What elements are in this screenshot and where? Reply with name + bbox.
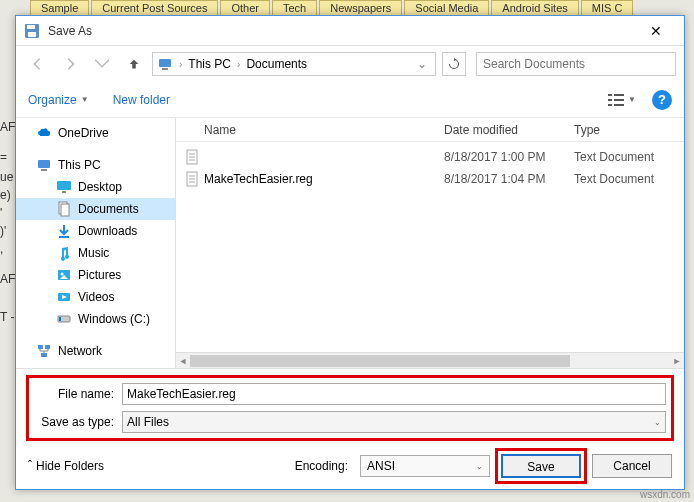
svg-rect-17 — [59, 236, 69, 238]
videos-icon — [56, 289, 72, 305]
svg-rect-8 — [614, 94, 624, 96]
tree-thispc[interactable]: This PC — [16, 154, 175, 176]
new-folder-button[interactable]: New folder — [113, 93, 170, 107]
column-type[interactable]: Type — [574, 123, 684, 137]
savetype-label: Save as type: — [34, 415, 114, 429]
navigation-tree: OneDrive This PC Desktop Documents Downl… — [16, 118, 176, 368]
refresh-button[interactable] — [442, 52, 466, 76]
tree-label: Videos — [78, 290, 114, 304]
file-type: Text Document — [574, 150, 654, 164]
textfile-icon — [184, 171, 200, 187]
toolbar: Organize▼ New folder ▼ ? — [16, 82, 684, 118]
network-icon — [36, 343, 52, 359]
tree-label: Downloads — [78, 224, 137, 238]
documents-icon — [56, 201, 72, 217]
svg-rect-13 — [57, 181, 71, 190]
scroll-right-arrow[interactable]: ► — [670, 353, 684, 368]
tree-label: Pictures — [78, 268, 121, 282]
svg-rect-25 — [41, 353, 47, 357]
dialog-title: Save As — [48, 24, 636, 38]
breadcrumb-dropdown[interactable]: ⌄ — [413, 57, 431, 71]
svg-rect-16 — [61, 204, 69, 216]
chevron-down-icon: ⌄ — [654, 418, 661, 427]
file-row[interactable]: MakeTechEasier.reg 8/18/2017 1:04 PM Tex… — [176, 168, 684, 190]
svg-rect-5 — [608, 94, 612, 96]
bottom-panel: File name: Save as type: All Files ⌄ ˆ H… — [16, 368, 684, 489]
column-date[interactable]: Date modified — [444, 123, 574, 137]
scroll-thumb[interactable] — [190, 355, 570, 367]
svg-rect-3 — [159, 59, 171, 67]
search-input[interactable] — [476, 52, 676, 76]
file-list-header[interactable]: Name Date modified Type — [176, 118, 684, 142]
svg-rect-4 — [162, 68, 168, 70]
downloads-icon — [56, 223, 72, 239]
tree-windows-c[interactable]: Windows (C:) — [16, 308, 175, 330]
background-text-fragments: AF = ue e) ' )' , AF T - — [0, 20, 15, 480]
svg-rect-9 — [614, 99, 624, 101]
onedrive-icon — [36, 125, 52, 141]
chevron-down-icon: ⌄ — [476, 462, 483, 471]
view-options[interactable]: ▼ — [608, 93, 636, 107]
forward-button[interactable] — [56, 50, 84, 78]
tree-documents[interactable]: Documents — [16, 198, 175, 220]
tree-pictures[interactable]: Pictures — [16, 264, 175, 286]
desktop-icon — [56, 179, 72, 195]
organize-menu[interactable]: Organize▼ — [28, 93, 89, 107]
svg-rect-14 — [62, 191, 66, 193]
pc-icon — [36, 157, 52, 173]
savetype-select[interactable]: All Files ⌄ — [122, 411, 666, 433]
tree-music[interactable]: Music — [16, 242, 175, 264]
cancel-button[interactable]: Cancel — [592, 454, 672, 478]
tree-desktop[interactable]: Desktop — [16, 176, 175, 198]
tree-label: OneDrive — [58, 126, 109, 140]
encoding-select[interactable]: ANSI ⌄ — [360, 455, 490, 477]
file-type: Text Document — [574, 172, 654, 186]
svg-rect-22 — [59, 317, 61, 321]
save-button[interactable]: Save — [501, 454, 581, 478]
savetype-value: All Files — [127, 415, 169, 429]
pictures-icon — [56, 267, 72, 283]
file-date: 8/18/2017 1:00 PM — [444, 150, 574, 164]
svg-rect-1 — [27, 25, 35, 29]
file-list: Name Date modified Type 8/18/2017 1:00 P… — [176, 118, 684, 368]
tree-network[interactable]: Network — [16, 340, 175, 362]
breadcrumb-documents[interactable]: Documents — [242, 57, 311, 71]
filename-label: File name: — [34, 387, 114, 401]
up-button[interactable] — [120, 50, 148, 78]
svg-rect-2 — [28, 32, 36, 37]
back-button[interactable] — [24, 50, 52, 78]
svg-point-19 — [61, 273, 64, 276]
svg-rect-24 — [45, 345, 50, 349]
recent-dropdown[interactable] — [88, 50, 116, 78]
tree-label: Network — [58, 344, 102, 358]
view-icon — [608, 93, 626, 107]
titlebar: Save As ✕ — [16, 16, 684, 46]
help-button[interactable]: ? — [652, 90, 672, 110]
tree-downloads[interactable]: Downloads — [16, 220, 175, 242]
svg-rect-23 — [38, 345, 43, 349]
chevron-right-icon: › — [179, 59, 182, 70]
encoding-value: ANSI — [367, 459, 395, 473]
file-date: 8/18/2017 1:04 PM — [444, 172, 574, 186]
svg-rect-6 — [608, 99, 612, 101]
tree-onedrive[interactable]: OneDrive — [16, 122, 175, 144]
close-button[interactable]: ✕ — [636, 17, 676, 45]
tree-videos[interactable]: Videos — [16, 286, 175, 308]
breadcrumb-thispc[interactable]: This PC — [184, 57, 235, 71]
hide-folders-button[interactable]: ˆ Hide Folders — [28, 459, 104, 473]
encoding-label: Encoding: — [295, 459, 348, 473]
tree-label: Music — [78, 246, 109, 260]
chevron-right-icon: › — [237, 59, 240, 70]
column-name[interactable]: Name — [204, 123, 444, 137]
chevron-up-icon: ˆ — [28, 459, 32, 473]
svg-rect-10 — [614, 104, 624, 106]
file-row[interactable]: 8/18/2017 1:00 PM Text Document — [176, 146, 684, 168]
svg-rect-12 — [41, 169, 47, 171]
filename-input[interactable] — [122, 383, 666, 405]
file-name: MakeTechEasier.reg — [204, 172, 444, 186]
tree-label: This PC — [58, 158, 101, 172]
scroll-left-arrow[interactable]: ◄ — [176, 353, 190, 368]
address-breadcrumb[interactable]: › This PC › Documents ⌄ — [152, 52, 436, 76]
horizontal-scrollbar[interactable]: ◄ ► — [176, 352, 684, 368]
watermark: wsxdn.com — [640, 489, 690, 500]
